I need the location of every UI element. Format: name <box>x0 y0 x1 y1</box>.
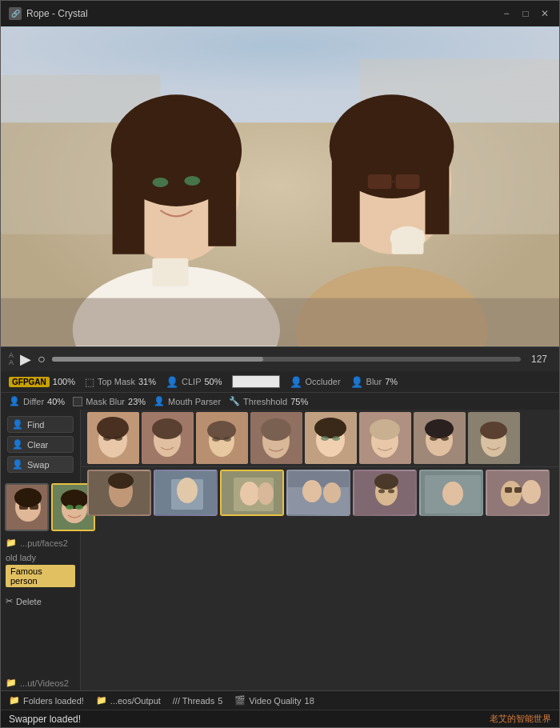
face-card-8[interactable] <box>468 412 520 464</box>
app-window: 🔗 Rope - Crystal − □ ✕ <box>0 0 560 728</box>
face-card-2[interactable] <box>142 412 194 464</box>
videos-scroll-row[interactable] <box>81 467 559 518</box>
titlebar-controls: − □ ✕ <box>500 7 551 20</box>
clip-label: CLIP <box>182 377 201 386</box>
face-card-3[interactable] <box>196 412 248 464</box>
svg-rect-90 <box>505 487 512 493</box>
swap-icon: 👤 <box>12 459 23 470</box>
mask-blur-group: Mask Blur 23% <box>73 397 146 406</box>
stop-button[interactable]: ○ <box>38 353 46 366</box>
output-folder[interactable]: 📁 ...eos/Output <box>96 695 161 706</box>
video-card-4[interactable] <box>286 470 350 516</box>
play-button[interactable]: ▶ <box>20 352 31 366</box>
faces-scroll-row[interactable] <box>81 410 559 466</box>
differ-group: 👤 Differ 40% <box>9 396 65 406</box>
threads-icon: /// Threads <box>173 696 214 706</box>
folder-icon-videos: 📁 <box>6 678 17 688</box>
selected-face-1[interactable] <box>5 483 49 531</box>
famous-person-tag[interactable]: Famous person <box>6 565 75 587</box>
clear-button[interactable]: 👤 Clear <box>7 436 74 453</box>
gfpgan-group: GFPGAN 100% <box>9 377 75 387</box>
mouth-parser-label: Mouth Parser <box>168 397 221 406</box>
face-card-4[interactable] <box>250 412 302 464</box>
quality-icon: 🎬 <box>234 695 246 706</box>
bottom-toolbar: 📁 Folders loaded! 📁 ...eos/Output /// Th… <box>1 690 559 710</box>
quality-item: 🎬 Video Quality 18 <box>234 695 314 706</box>
action-buttons: 👤 Find 👤 Clear 👤 Swap <box>1 410 80 479</box>
frame-number: 127 <box>527 354 551 365</box>
svg-point-82 <box>378 490 385 494</box>
svg-rect-22 <box>1 298 559 346</box>
folder-icon-db: 📁 <box>6 538 17 548</box>
differ-value: 40% <box>47 397 65 406</box>
progress-bar[interactable] <box>52 357 521 362</box>
faces-db-row <box>81 410 559 467</box>
svg-point-31 <box>66 505 74 510</box>
folders-status: 📁 Folders loaded! <box>9 695 84 706</box>
video-card-5[interactable] <box>353 470 417 516</box>
svg-rect-8 <box>208 150 236 246</box>
top-mask-label: Top Mask <box>98 377 135 386</box>
svg-rect-15 <box>332 146 360 242</box>
video-image <box>1 26 559 346</box>
video-card-1[interactable] <box>87 470 151 516</box>
color-swatch[interactable] <box>232 375 280 388</box>
delete-icon: ✂ <box>6 596 13 606</box>
mask-blur-value: 23% <box>128 397 146 406</box>
clear-icon: 👤 <box>12 439 23 450</box>
video-card-7[interactable] <box>486 470 550 516</box>
progress-fill <box>52 357 263 362</box>
params-row-2: 👤 Differ 40% Mask Blur 23% 👤 Mouth Parse… <box>1 393 559 410</box>
svg-rect-18 <box>396 174 420 189</box>
occluder-group: 👤 Occluder <box>290 376 341 388</box>
video-card-6[interactable] <box>419 470 483 516</box>
maximize-button[interactable]: □ <box>519 7 532 20</box>
video-card-2[interactable] <box>154 470 218 516</box>
svg-point-73 <box>240 482 259 506</box>
delete-button[interactable]: ✂ Delete <box>6 594 75 608</box>
face-card-5[interactable] <box>305 412 357 464</box>
svg-point-59 <box>425 419 454 438</box>
mask-blur-checkbox[interactable] <box>73 397 82 406</box>
delete-label: Delete <box>16 597 42 606</box>
video-area <box>1 26 559 346</box>
db-folder-indicator: 📁 ...put/faces2 <box>1 535 80 550</box>
quality-label: Video Quality <box>249 696 301 706</box>
svg-point-74 <box>258 482 274 505</box>
params-row-1: GFPGAN 100% ⬚ Top Mask 31% 👤 CLIP 50% 👤 … <box>1 371 559 393</box>
middle-section: 👤 Find 👤 Clear 👤 Swap <box>1 410 559 690</box>
find-button[interactable]: 👤 Find <box>7 416 74 433</box>
status-bar: Swapper loaded! 老艾的智能世界 <box>1 710 559 727</box>
titlebar-left: 🔗 Rope - Crystal <box>9 7 88 20</box>
swap-button[interactable]: 👤 Swap <box>7 456 74 473</box>
clear-label: Clear <box>27 440 48 450</box>
svg-rect-7 <box>113 150 145 254</box>
svg-point-67 <box>108 473 134 489</box>
threads-value: 5 <box>218 696 222 706</box>
delete-area: ✂ Delete <box>1 590 80 613</box>
folders-label: Folders loaded! <box>23 696 84 706</box>
left-col: 👤 Find 👤 Clear 👤 Swap <box>1 410 81 690</box>
videos-folder-indicator: 📁 ...ut/Videos2 <box>1 675 80 690</box>
clip-swatch <box>232 375 280 388</box>
blur-label: Blur <box>366 377 382 386</box>
minimize-button[interactable]: − <box>500 7 513 20</box>
close-button[interactable]: ✕ <box>538 7 551 20</box>
top-mask-value: 31% <box>138 377 156 386</box>
video-card-3[interactable] <box>220 470 284 516</box>
videos-folder-label: ...ut/Videos2 <box>20 678 69 688</box>
differ-label: Differ <box>23 397 44 406</box>
face-card-6[interactable] <box>359 412 411 464</box>
svg-point-77 <box>302 480 322 502</box>
face-card-1[interactable] <box>87 412 139 464</box>
titlebar: 🔗 Rope - Crystal − □ ✕ <box>1 1 559 26</box>
face-card-7[interactable] <box>414 412 466 464</box>
svg-point-40 <box>152 418 182 439</box>
svg-point-61 <box>441 436 449 441</box>
svg-point-83 <box>388 490 394 494</box>
find-label: Find <box>27 420 44 430</box>
threads-item: /// Threads 5 <box>173 696 223 706</box>
gfpgan-badge[interactable]: GFPGAN <box>9 377 50 387</box>
blur-group: 👤 Blur 7% <box>350 376 398 388</box>
threshold-group: 🔧 Threshhold 75% <box>229 396 308 406</box>
